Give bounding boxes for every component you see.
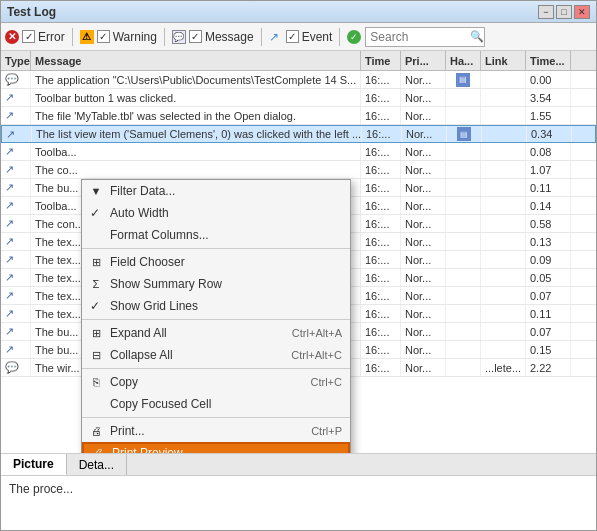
arrow-icon: ↗	[5, 91, 14, 104]
arrow-icon: ↗	[5, 181, 14, 194]
filter-icon: ✓	[347, 30, 361, 44]
error-group: ✕ ✓ Error	[5, 30, 65, 44]
cell-type: ↗	[2, 126, 32, 142]
table-row[interactable]: ↗ The file 'MyTable.tbl' was selected in…	[1, 107, 596, 125]
arrow-icon: ↗	[5, 289, 14, 302]
menu-item-print[interactable]: 🖨Print...Ctrl+P	[82, 420, 350, 442]
search-box[interactable]: 🔍	[365, 27, 485, 47]
cell-has: ▤	[447, 126, 482, 142]
menu-label-expand-all: Expand All	[110, 326, 167, 340]
event-icon: ↗	[269, 30, 283, 44]
col-header-type[interactable]: Type	[1, 51, 31, 70]
col-header-message[interactable]: Message	[31, 51, 361, 70]
arrow-icon: ↗	[5, 145, 14, 158]
search-icon: 🔍	[470, 30, 484, 43]
window-title: Test Log	[7, 5, 56, 19]
cell-type: ↗	[1, 89, 31, 106]
cell-timems: 1.07	[526, 161, 571, 178]
menu-label-show-grid-lines: Show Grid Lines	[110, 299, 198, 313]
col-header-link[interactable]: Link	[481, 51, 526, 70]
cell-priority: Nor...	[401, 341, 446, 358]
menu-item-copy[interactable]: ⎘CopyCtrl+C	[82, 371, 350, 393]
toolbar: ✕ ✓ Error ⚠ ✓ Warning 💬 ✓ Message ↗ ✓ Ev…	[1, 23, 596, 51]
menu-item-copy-focused-cell[interactable]: Copy Focused Cell	[82, 393, 350, 415]
warning-icon: ⚠	[80, 30, 94, 44]
cell-link	[481, 251, 526, 268]
menu-item-show-summary-row[interactable]: ΣShow Summary Row	[82, 273, 350, 295]
table-row[interactable]: ↗ Toolbar button 1 was clicked. 16:... N…	[1, 89, 596, 107]
minimize-button[interactable]: −	[538, 5, 554, 19]
cell-timems: 0.05	[526, 269, 571, 286]
table-row[interactable]: ↗ The co... 16:... Nor... 1.07	[1, 161, 596, 179]
restore-button[interactable]: □	[556, 5, 572, 19]
search-input[interactable]	[370, 30, 470, 44]
tab-picture[interactable]: Picture	[1, 454, 67, 475]
cell-time: 16:...	[361, 269, 401, 286]
cell-timems: 0.09	[526, 251, 571, 268]
menu-item-show-grid-lines[interactable]: Show Grid Lines	[82, 295, 350, 317]
cell-type: ↗	[1, 233, 31, 250]
tab-details[interactable]: Deta...	[67, 454, 127, 475]
menu-label-show-summary-row: Show Summary Row	[110, 277, 222, 291]
grid-icon: ⊞	[88, 254, 104, 270]
cell-link	[481, 269, 526, 286]
table-row[interactable]: 💬 The application "C:\Users\Public\Docum…	[1, 71, 596, 89]
menu-item-filter-data[interactable]: ▼Filter Data...	[82, 180, 350, 202]
table-row[interactable]: ↗ Toolba... 16:... Nor... 0.08	[1, 143, 596, 161]
bottom-panel-text: The proce...	[9, 482, 73, 496]
cell-time: 16:...	[361, 323, 401, 340]
event-checkbox[interactable]: ✓	[286, 30, 299, 43]
message-group: 💬 ✓ Message	[172, 30, 254, 44]
cell-has	[446, 161, 481, 178]
arrow-icon: ↗	[6, 128, 15, 141]
cell-timems: 0.13	[526, 233, 571, 250]
table-row[interactable]: ↗ The list view item ('Samuel Clemens', …	[1, 125, 596, 143]
print-icon: 🖨	[88, 423, 104, 439]
cell-message: Toolbar button 1 was clicked.	[31, 89, 361, 106]
menu-label-auto-width: Auto Width	[110, 206, 169, 220]
arrow-icon: ↗	[5, 343, 14, 356]
menu-item-field-chooser[interactable]: ⊞Field Chooser	[82, 251, 350, 273]
cell-type: ↗	[1, 251, 31, 268]
error-checkbox[interactable]: ✓	[22, 30, 35, 43]
col-header-has[interactable]: Ha...	[446, 51, 481, 70]
menu-item-format-columns[interactable]: Format Columns...	[82, 224, 350, 246]
cell-timems: 1.55	[526, 107, 571, 124]
cell-has	[446, 179, 481, 196]
arrow-icon: ↗	[5, 253, 14, 266]
menu-item-auto-width[interactable]: Auto Width	[82, 202, 350, 224]
arrow-icon: ↗	[5, 109, 14, 122]
col-header-time[interactable]: Time	[361, 51, 401, 70]
col-header-timems[interactable]: Time...	[526, 51, 571, 70]
ha-icon: ▤	[457, 127, 471, 141]
menu-item-expand-all[interactable]: ⊞Expand AllCtrl+Alt+A	[82, 322, 350, 344]
arrow-icon: ↗	[5, 235, 14, 248]
cell-has: ▤	[446, 71, 481, 88]
cell-has	[446, 89, 481, 106]
menu-label-print-preview: Print Preview	[112, 446, 183, 453]
cell-link	[481, 197, 526, 214]
menu-separator	[82, 417, 350, 418]
menu-item-print-preview[interactable]: 🖨Print Preview	[82, 442, 350, 453]
cell-time: 16:...	[361, 161, 401, 178]
cell-timems: 0.15	[526, 341, 571, 358]
expand-icon: ⊞	[88, 325, 104, 341]
cell-link	[481, 287, 526, 304]
menu-label-collapse-all: Collapse All	[110, 348, 173, 362]
cell-time: 16:...	[361, 215, 401, 232]
cell-priority: Nor...	[401, 305, 446, 322]
message-checkbox[interactable]: ✓	[189, 30, 202, 43]
cell-timems: 0.00	[526, 71, 571, 88]
menu-item-collapse-all[interactable]: ⊟Collapse AllCtrl+Alt+C	[82, 344, 350, 366]
cell-time: 16:...	[361, 143, 401, 160]
cell-timems: 0.58	[526, 215, 571, 232]
cell-link	[481, 71, 526, 88]
bottom-panel: The proce...	[1, 475, 596, 530]
col-header-priority[interactable]: Pri...	[401, 51, 446, 70]
close-button[interactable]: ✕	[574, 5, 590, 19]
cell-has	[446, 233, 481, 250]
copy-icon: ⎘	[88, 374, 104, 390]
cell-timems: 0.08	[526, 143, 571, 160]
warning-checkbox[interactable]: ✓	[97, 30, 110, 43]
menu-separator	[82, 248, 350, 249]
